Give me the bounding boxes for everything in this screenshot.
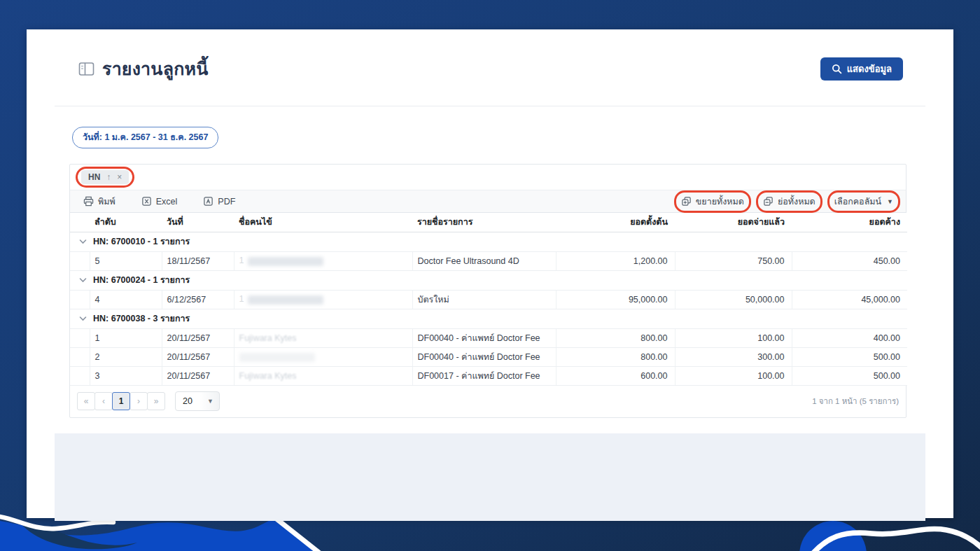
- column-header[interactable]: ยอดตั้งต้น: [556, 213, 675, 232]
- collapse-all-button[interactable]: ย่อทั้งหมด: [758, 193, 820, 211]
- annotation-collapse-all: ย่อทั้งหมด: [756, 190, 822, 213]
- table-row: 46/12/25671บัตรใหม่95,000.0050,000.0045,…: [70, 290, 907, 309]
- patient-name-fragment: 1: [239, 294, 244, 304]
- next-page-button[interactable]: ›: [130, 392, 148, 410]
- annotation-expand-all: ขยายทั้งหมด: [674, 190, 751, 213]
- group-header-row[interactable]: HN: 6700038 - 3 รายการ: [70, 309, 907, 328]
- column-header[interactable]: วันที่: [162, 213, 234, 232]
- expand-all-button[interactable]: ขยายทั้งหมด: [676, 193, 749, 211]
- hn-chip-label: HN: [88, 172, 100, 182]
- patient-name-blur: [248, 295, 323, 305]
- paid-amount-cell: 50,000.00: [675, 290, 792, 309]
- group-chevron-icon[interactable]: [79, 277, 87, 283]
- seq-cell: 1: [90, 328, 162, 347]
- export-excel-button[interactable]: Excel: [138, 194, 181, 209]
- printer-icon: [83, 196, 94, 207]
- header-divider: [55, 106, 925, 106]
- due-amount-cell: 500.00: [792, 366, 907, 385]
- due-amount-cell: 400.00: [792, 328, 907, 347]
- group-chevron-icon[interactable]: [79, 239, 87, 244]
- patient-cell: [234, 347, 412, 366]
- start-amount-cell: 800.00: [556, 328, 675, 347]
- item-cell: DF00040 - ค่าแพทย์ Doctor Fee: [412, 347, 556, 366]
- select-columns-label: เลือกคอลัมน์: [834, 195, 881, 209]
- sort-asc-icon[interactable]: ↑: [106, 172, 111, 182]
- expand-all-icon: [681, 196, 692, 207]
- patient-name-fragment: 1: [239, 256, 244, 265]
- column-header[interactable]: ยอดจ่ายแล้ว: [675, 213, 792, 232]
- print-label: พิมพ์: [98, 195, 115, 209]
- current-page-button[interactable]: 1: [112, 392, 130, 410]
- group-label: HN: 6700010 - 1 รายการ: [93, 235, 190, 249]
- group-chip-row: HN ↑ ×: [70, 165, 906, 190]
- seq-cell: 3: [90, 366, 162, 385]
- patient-name-redacted: Fujiwara Kytes: [239, 371, 297, 381]
- toolbar-right: ขยายทั้งหมด ย่อทั้งหมด เล: [674, 190, 900, 213]
- due-amount-cell: 450.00: [792, 251, 907, 270]
- table-row: 518/11/25671Doctor Fee Ultrasound 4D1,20…: [70, 251, 907, 270]
- page-size-value: 20: [183, 396, 192, 406]
- group-chevron-icon[interactable]: [79, 316, 87, 321]
- expander-column-header: [70, 213, 90, 232]
- excel-label: Excel: [156, 197, 178, 207]
- print-button[interactable]: พิมพ์: [80, 193, 119, 211]
- excel-file-icon: [141, 196, 152, 207]
- group-header-row[interactable]: HN: 6700010 - 1 รายการ: [70, 232, 907, 251]
- table-row: 120/11/2567Fujiwara KytesDF00040 - ค่าแพ…: [70, 328, 907, 347]
- title-wrap: รายงานลูกหนี้: [78, 55, 208, 83]
- group-label: HN: 6700038 - 3 รายการ: [93, 312, 190, 326]
- remove-group-icon[interactable]: ×: [117, 172, 122, 182]
- patient-name-blur: [239, 353, 315, 362]
- show-data-button[interactable]: แสดงข้อมูล: [820, 57, 903, 81]
- group-by-hn-chip[interactable]: HN ↑ ×: [81, 170, 129, 184]
- pdf-file-icon: [203, 196, 214, 207]
- patient-cell: Fujiwara Kytes: [234, 328, 412, 347]
- pdf-label: PDF: [218, 197, 235, 207]
- item-cell: DF00040 - ค่าแพทย์ Doctor Fee: [412, 328, 556, 347]
- page-title: รายงานลูกหนี้: [102, 55, 208, 83]
- seq-cell: 4: [90, 290, 162, 309]
- due-amount-cell: 45,000.00: [792, 290, 907, 309]
- prev-page-button[interactable]: ‹: [94, 392, 113, 410]
- patient-cell: Fujiwara Kytes: [234, 366, 412, 385]
- start-amount-cell: 1,200.00: [556, 251, 675, 270]
- item-cell: Doctor Fee Ultrasound 4D: [412, 251, 556, 270]
- page-size-select[interactable]: 20 ▼: [175, 391, 220, 411]
- column-header[interactable]: ลำดับ: [90, 213, 162, 232]
- due-amount-cell: 500.00: [792, 347, 907, 366]
- paid-amount-cell: 100.00: [675, 328, 792, 347]
- paid-amount-cell: 100.00: [675, 366, 792, 385]
- expander-cell: [70, 366, 90, 385]
- group-header-row[interactable]: HN: 6700024 - 1 รายการ: [70, 270, 907, 290]
- group-label: HN: 6700024 - 1 รายการ: [93, 273, 190, 287]
- select-chevron-icon: ▼: [207, 398, 214, 405]
- table-row: 320/11/2567Fujiwara KytesDF00017 - ค่าแพ…: [70, 366, 907, 385]
- start-amount-cell: 95,000.00: [556, 290, 675, 309]
- table-panel: HN ↑ × พิมพ์: [69, 164, 906, 418]
- date-cell: 20/11/2567: [162, 366, 234, 385]
- expand-all-label: ขยายทั้งหมด: [696, 195, 744, 209]
- export-pdf-button[interactable]: PDF: [200, 194, 239, 209]
- patient-cell: 1: [234, 290, 412, 309]
- seq-cell: 2: [90, 347, 162, 366]
- search-icon: [832, 64, 842, 74]
- table-toolbar: พิมพ์ Excel PDF: [70, 190, 906, 213]
- select-columns-dropdown[interactable]: เลือกคอลัมน์ ▼: [830, 193, 898, 211]
- debtor-table: ลำดับวันที่ชื่อคนไข้รายชื่อรายการยอดตั้ง…: [70, 213, 907, 386]
- first-page-button[interactable]: «: [77, 392, 95, 410]
- last-page-button[interactable]: »: [147, 392, 165, 410]
- column-header[interactable]: ยอดค้าง: [792, 213, 907, 232]
- start-amount-cell: 600.00: [556, 366, 675, 385]
- column-header[interactable]: รายชื่อรายการ: [412, 213, 556, 232]
- column-header[interactable]: ชื่อคนไข้: [234, 213, 412, 232]
- expander-cell: [70, 328, 90, 347]
- date-cell: 20/11/2567: [162, 347, 234, 366]
- chevron-down-icon: ▼: [887, 198, 893, 205]
- collapse-all-icon: [763, 196, 774, 207]
- show-data-label: แสดงข้อมูล: [847, 62, 892, 76]
- report-card: รายงานลูกหนี้ แสดงข้อมูล วันที่: 1 ม.ค. …: [27, 29, 953, 518]
- pagination-controls: « ‹ 1 › » 20 ▼: [77, 391, 220, 411]
- date-range-chip[interactable]: วันที่: 1 ม.ค. 2567 - 31 ธ.ค. 2567: [72, 127, 218, 148]
- paid-amount-cell: 300.00: [675, 347, 792, 366]
- toolbar-left: พิมพ์ Excel PDF: [80, 193, 239, 211]
